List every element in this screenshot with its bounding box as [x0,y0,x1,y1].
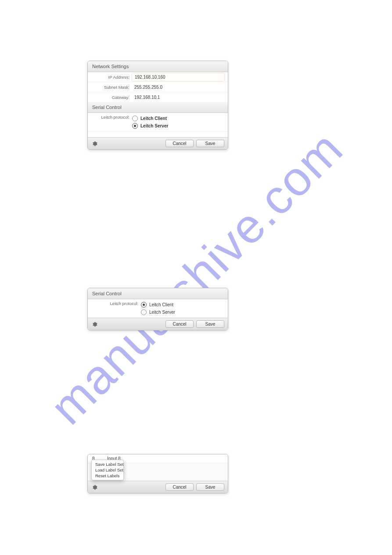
serial-form: Leitch protocol: Leitch Client Leitch Se… [88,113,228,137]
leitch-client-label: Leitch Client [140,116,167,121]
ip-address-label: IP Address: [88,75,132,80]
menu-reset-labels[interactable]: Reset Labels [92,473,123,479]
serial-control-panel: Serial Control Leitch protocol: Leitch C… [87,288,228,330]
gear-icon[interactable] [91,141,97,147]
labels-popup-menu: Save Label Set Load Label Set Reset Labe… [91,460,124,480]
panel-footer: Cancel Save [88,481,228,493]
leitch-client-option[interactable]: Leitch Client [141,301,228,308]
leitch-protocol-label: Leitch protocol: [88,113,132,120]
network-settings-panel: Network Settings IP Address: Subnet Mask… [87,61,228,150]
gateway-label: Gateway: [88,95,132,100]
cancel-button[interactable]: Cancel [165,483,194,491]
gear-icon[interactable] [91,321,97,327]
menu-load-label-set[interactable]: Load Label Set [92,467,123,473]
leitch-protocol-label: Leitch protocol: [88,299,141,306]
labels-body: Save Label Set Load Label Set Reset Labe… [88,463,228,481]
ip-address-input[interactable] [132,73,224,81]
cancel-button[interactable]: Cancel [165,140,194,147]
panel-footer: Cancel Save [88,318,228,330]
leitch-server-label: Leitch Server [149,310,175,315]
leitch-protocol-row: Leitch protocol: Leitch Client Leitch Se… [88,113,228,132]
labels-panel: 8 Input 8 Save Label Set Load Label Set … [87,454,228,493]
leitch-server-option[interactable]: Leitch Server [132,122,228,130]
gateway-value[interactable]: 192.168.10.1 [132,95,160,100]
subnet-mask-value[interactable]: 255.255.255.0 [132,85,162,90]
save-button[interactable]: Save [196,483,224,491]
leitch-protocol-row: Leitch protocol: Leitch Client Leitch Se… [88,299,228,318]
watermark-text: manualshive.com [39,120,353,435]
save-button[interactable]: Save [196,320,224,328]
radio-icon [132,116,138,121]
leitch-server-option[interactable]: Leitch Server [141,308,228,316]
cancel-button[interactable]: Cancel [165,320,194,328]
network-settings-header: Network Settings [88,61,228,72]
gateway-row: Gateway: 192.168.10.1 [88,92,228,102]
ip-address-row: IP Address: [88,72,228,82]
menu-save-label-set[interactable]: Save Label Set [92,461,123,467]
save-button[interactable]: Save [196,140,224,147]
gear-icon[interactable] [91,484,97,490]
leitch-server-label: Leitch Server [140,123,168,128]
network-form: IP Address: Subnet Mask: 255.255.255.0 G… [88,72,228,102]
leitch-client-option[interactable]: Leitch Client [132,115,228,122]
subnet-mask-label: Subnet Mask: [88,85,132,90]
input-label[interactable]: Input 8 [107,456,223,461]
panel-footer: Cancel Save [88,137,228,149]
leitch-client-label: Leitch Client [149,302,173,307]
serial-control-header: Serial Control [88,102,228,113]
radio-icon [141,302,147,308]
radio-icon [141,309,147,315]
radio-icon [132,123,138,129]
serial-form: Leitch protocol: Leitch Client Leitch Se… [88,299,228,318]
serial-control-header: Serial Control [88,288,228,299]
subnet-mask-row: Subnet Mask: 255.255.255.0 [88,82,228,92]
